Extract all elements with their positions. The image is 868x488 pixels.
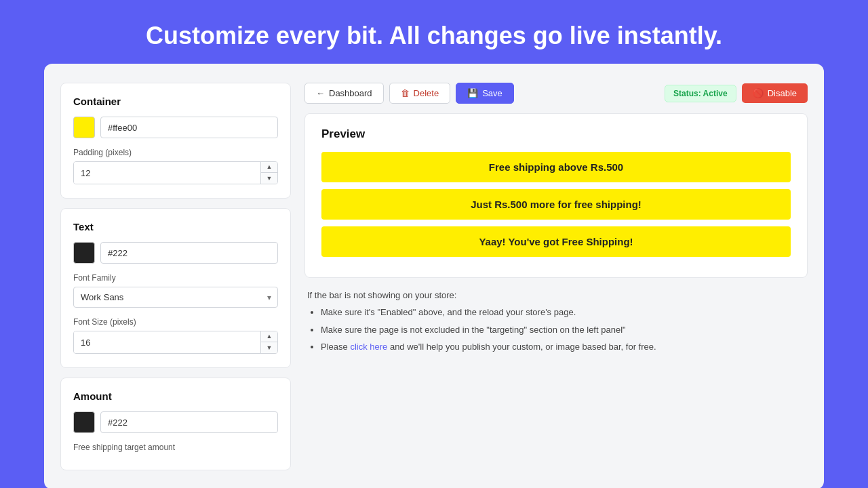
font-family-select-wrap: Work Sans Inter Roboto Open Sans Lato Mo…: [73, 287, 278, 308]
info-list-item-3: Please click here and we'll help you pub…: [321, 340, 805, 354]
disable-label: Disable: [768, 88, 797, 98]
save-icon: 💾: [467, 88, 478, 98]
font-family-select[interactable]: Work Sans Inter Roboto Open Sans Lato Mo…: [73, 287, 278, 308]
padding-down-btn[interactable]: ▼: [261, 173, 277, 184]
main-card: Container Padding (pixels) ▲ ▼ Text Font: [44, 64, 824, 488]
left-panel: Container Padding (pixels) ▲ ▼ Text Font: [60, 83, 291, 470]
save-label: Save: [482, 88, 502, 98]
padding-input-wrap: ▲ ▼: [73, 161, 278, 184]
delete-label: Delete: [414, 88, 439, 98]
padding-label: Padding (pixels): [73, 148, 278, 157]
font-size-label: Font Size (pixels): [73, 317, 278, 327]
preview-card: Preview Free shipping above Rs.500 Just …: [304, 113, 808, 278]
disable-icon: 🚫: [753, 88, 764, 98]
text-color-input[interactable]: [100, 242, 278, 264]
font-family-label: Font Family: [73, 273, 278, 283]
arrow-left-icon: ←: [316, 88, 325, 98]
amount-section: Amount Free shipping target amount: [60, 378, 291, 470]
toolbar: ← Dashboard 🗑 Delete 💾 Save Status: Acti…: [304, 83, 808, 104]
info-list: Make sure it's "Enabled" above, and the …: [307, 306, 805, 354]
preview-title: Preview: [321, 127, 791, 141]
container-color-row: [73, 117, 278, 138]
save-button[interactable]: 💾 Save: [456, 83, 514, 104]
font-size-spinners: ▲ ▼: [260, 331, 277, 353]
right-panel: ← Dashboard 🗑 Delete 💾 Save Status: Acti…: [304, 83, 808, 470]
font-size-input-wrap: ▲ ▼: [73, 331, 278, 354]
font-size-input[interactable]: [74, 331, 260, 353]
amount-color-input[interactable]: [100, 411, 278, 433]
disable-button[interactable]: 🚫 Disable: [742, 83, 808, 103]
click-here-link[interactable]: click here: [350, 342, 387, 352]
amount-title: Amount: [73, 390, 278, 402]
delete-icon: 🗑: [401, 88, 410, 98]
preview-bar-3: Yaay! You've got Free Shipping!: [321, 226, 791, 257]
container-color-swatch[interactable]: [73, 117, 95, 138]
amount-color-row: [73, 411, 278, 433]
text-section: Text Font Family Work Sans Inter Roboto …: [60, 208, 291, 368]
text-title: Text: [73, 221, 278, 232]
padding-up-btn[interactable]: ▲: [261, 162, 277, 173]
text-color-row: [73, 242, 278, 264]
font-size-down-btn[interactable]: ▼: [261, 342, 277, 353]
container-section: Container Padding (pixels) ▲ ▼: [60, 83, 291, 199]
container-color-input[interactable]: [100, 117, 278, 138]
info-note: If the bar is not showing on your store:: [307, 290, 805, 300]
delete-button[interactable]: 🗑 Delete: [389, 83, 451, 104]
info-section: If the bar is not showing on your store:…: [304, 290, 808, 358]
info-list-item-2: Make sure the page is not excluded in th…: [321, 323, 805, 337]
free-shipping-label: Free shipping target amount: [73, 443, 278, 452]
dashboard-button[interactable]: ← Dashboard: [304, 83, 384, 104]
status-badge: Status: Active: [665, 85, 736, 102]
dashboard-label: Dashboard: [329, 88, 372, 98]
info-list-item-1: Make sure it's "Enabled" above, and the …: [321, 306, 805, 319]
hero-title: Customize every bit. All changes go live…: [132, 0, 736, 64]
preview-bar-1: Free shipping above Rs.500: [321, 152, 791, 182]
font-size-up-btn[interactable]: ▲: [261, 331, 277, 342]
padding-spinners: ▲ ▼: [260, 162, 277, 184]
padding-input[interactable]: [74, 162, 260, 184]
text-color-swatch[interactable]: [73, 242, 95, 264]
container-title: Container: [73, 96, 278, 107]
preview-bar-2: Just Rs.500 more for free shipping!: [321, 189, 791, 220]
amount-color-swatch[interactable]: [73, 411, 95, 433]
